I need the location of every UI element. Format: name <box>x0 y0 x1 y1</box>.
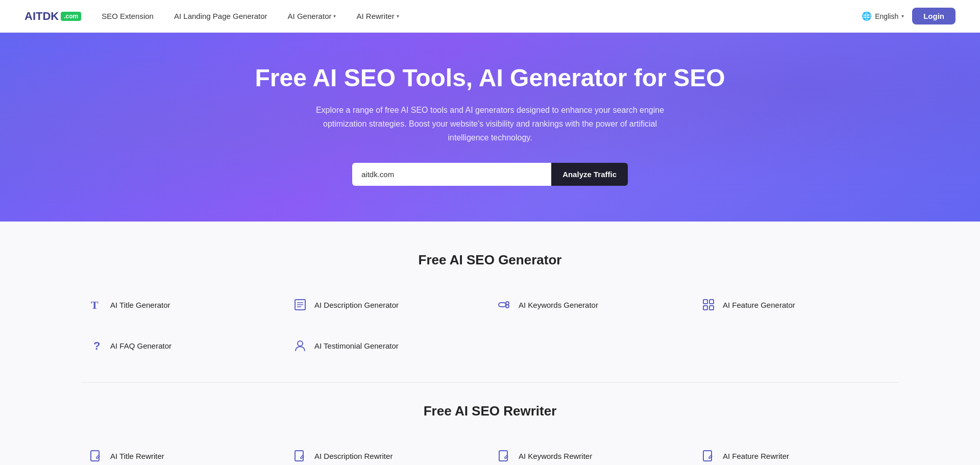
nav-ai-generator[interactable]: AI Generator ▾ <box>288 12 336 20</box>
navbar-right: 🌐 English ▾ Login <box>862 8 955 25</box>
tool-ai-faq-generator[interactable]: ? AI FAQ Generator <box>82 329 286 362</box>
globe-icon: 🌐 <box>862 11 872 21</box>
tool-label: AI FAQ Generator <box>110 341 172 350</box>
edit-icon <box>700 448 717 464</box>
tool-ai-feature-generator[interactable]: AI Feature Generator <box>694 288 898 321</box>
faq-icon: ? <box>88 337 104 354</box>
tool-label: AI Keywords Rewriter <box>519 452 592 460</box>
hero-title: Free AI SEO Tools, AI Generator for SEO <box>255 63 725 93</box>
hero-section: Free AI SEO Tools, AI Generator for SEO … <box>0 33 980 222</box>
chevron-down-icon: ▾ <box>333 13 336 19</box>
nav-ai-rewriter[interactable]: AI Rewriter ▾ <box>356 12 399 20</box>
nav-landing-page-generator[interactable]: AI Landing Page Generator <box>174 12 267 20</box>
generator-section: Free AI SEO Generator T AI Title Generat… <box>82 252 898 362</box>
navbar: AITDK .com SEO Extension AI Landing Page… <box>0 0 980 33</box>
tool-ai-keywords-rewriter[interactable]: AI Keywords Rewriter <box>490 439 694 465</box>
edit-icon <box>88 448 104 464</box>
tool-label: AI Description Generator <box>314 301 399 309</box>
rewriter-tools-grid: AI Title Rewriter AI Description Rewrite… <box>82 439 898 465</box>
edit-icon <box>496 448 512 464</box>
rewriter-section: Free AI SEO Rewriter AI Title Rewriter <box>82 403 898 465</box>
svg-rect-12 <box>709 306 714 310</box>
nav-seo-extension[interactable]: SEO Extension <box>102 12 154 20</box>
tool-label: AI Title Generator <box>110 301 170 309</box>
chevron-down-icon: ▾ <box>397 13 399 19</box>
svg-rect-10 <box>709 300 714 304</box>
tool-ai-keywords-generator[interactable]: AI Keywords Generator <box>490 288 694 321</box>
login-button[interactable]: Login <box>912 8 955 25</box>
analyze-traffic-button[interactable]: Analyze Traffic <box>551 163 628 186</box>
svg-rect-11 <box>703 306 707 310</box>
svg-point-7 <box>506 305 509 308</box>
content-area: Free AI SEO Generator T AI Title Generat… <box>0 222 980 465</box>
url-input[interactable] <box>352 163 551 186</box>
navbar-left: AITDK .com SEO Extension AI Landing Page… <box>24 10 399 23</box>
edit-icon <box>292 448 308 464</box>
logo[interactable]: AITDK .com <box>24 10 81 23</box>
svg-point-14 <box>298 341 303 346</box>
svg-text:T: T <box>91 299 99 311</box>
tool-ai-title-generator[interactable]: T AI Title Generator <box>82 288 286 321</box>
generator-tools-grid: T AI Title Generator AI Description Gene… <box>82 288 898 362</box>
tool-ai-feature-rewriter[interactable]: AI Feature Rewriter <box>694 439 898 465</box>
tool-label: AI Feature Generator <box>723 301 795 309</box>
section-divider <box>82 382 898 383</box>
language-selector[interactable]: 🌐 English ▾ <box>862 11 904 21</box>
tool-label: AI Title Rewriter <box>110 452 164 460</box>
tool-ai-description-rewriter[interactable]: AI Description Rewriter <box>286 439 490 465</box>
tool-label: AI Keywords Generator <box>519 301 598 309</box>
rewriter-section-title: Free AI SEO Rewriter <box>82 403 898 419</box>
feature-icon <box>700 297 717 313</box>
tool-ai-testimonial-generator[interactable]: AI Testimonial Generator <box>286 329 490 362</box>
tool-label: AI Testimonial Generator <box>314 341 399 350</box>
tool-label: AI Feature Rewriter <box>723 452 789 460</box>
tool-label: AI Description Rewriter <box>314 452 393 460</box>
tool-ai-title-rewriter[interactable]: AI Title Rewriter <box>82 439 286 465</box>
svg-rect-9 <box>703 300 707 304</box>
title-icon: T <box>88 297 104 313</box>
svg-text:?: ? <box>93 339 100 352</box>
logo-badge: .com <box>61 12 81 21</box>
chevron-down-icon: ▾ <box>901 13 904 19</box>
description-icon <box>292 297 308 313</box>
keywords-icon <box>496 297 512 313</box>
tool-ai-description-generator[interactable]: AI Description Generator <box>286 288 490 321</box>
hero-search-bar: Analyze Traffic <box>352 163 628 186</box>
testimonial-icon <box>292 337 308 354</box>
language-label: English <box>875 12 898 20</box>
hero-subtitle: Explore a range of free AI SEO tools and… <box>311 103 669 145</box>
generator-section-title: Free AI SEO Generator <box>82 252 898 268</box>
logo-text: AITDK <box>24 10 59 23</box>
svg-rect-5 <box>499 303 506 307</box>
